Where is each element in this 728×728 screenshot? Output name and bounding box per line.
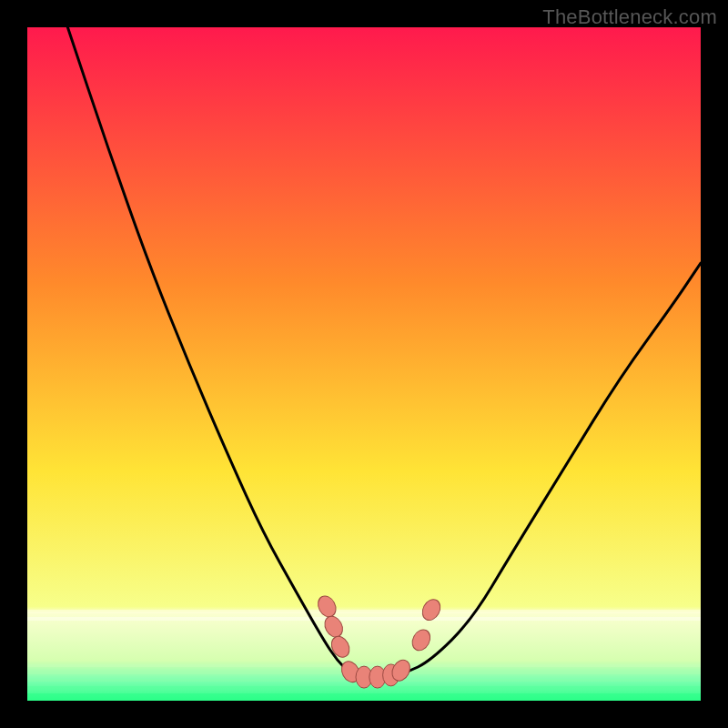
svg-rect-0 xyxy=(27,610,701,613)
svg-rect-6 xyxy=(27,693,701,701)
bottleneck-chart xyxy=(27,27,701,701)
plot-area xyxy=(27,27,701,701)
svg-rect-1 xyxy=(27,617,701,621)
gradient-background xyxy=(27,27,701,701)
watermark-label: TheBottleneck.com xyxy=(542,5,717,29)
chart-frame: TheBottleneck.com xyxy=(0,0,728,728)
